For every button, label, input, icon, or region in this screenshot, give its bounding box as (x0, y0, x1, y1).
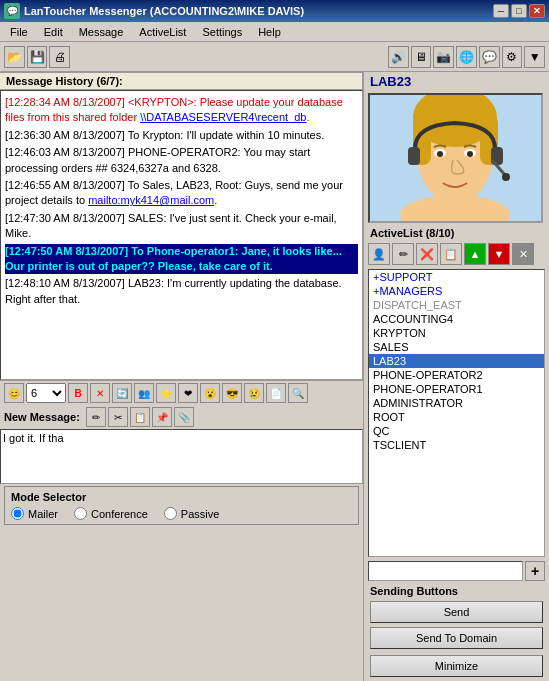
al-item-tsclient[interactable]: TSCLIENT (369, 438, 544, 452)
camera-icon[interactable]: 📷 (433, 46, 454, 68)
menu-edit[interactable]: Edit (36, 24, 71, 40)
open-button[interactable]: 📂 (4, 46, 25, 68)
font-size-select[interactable]: 678910 (26, 383, 66, 403)
svg-point-5 (417, 95, 493, 131)
msg-line-1: [12:28:34 AM 8/13/2007] <KRYPTON>: Pleas… (5, 95, 358, 126)
minimize-button[interactable]: Minimize (370, 655, 543, 677)
al-item-managers[interactable]: +MANAGERS (369, 284, 544, 298)
al-item-root[interactable]: ROOT (369, 410, 544, 424)
left-panel: Message History (6/7): [12:28:34 AM 8/13… (0, 72, 364, 681)
al-btn-2[interactable]: ✏ (392, 243, 414, 265)
page-button[interactable]: 📄 (266, 383, 286, 403)
right-panel: LAB23 (364, 72, 549, 681)
message-history[interactable]: [12:28:34 AM 8/13/2007] <KRYPTON>: Pleas… (0, 90, 363, 380)
search-toolbar-button[interactable]: 🔍 (288, 383, 308, 403)
print-button[interactable]: 🖨 (49, 46, 70, 68)
al-item-phone-op2[interactable]: PHONE-OPERATOR2 (369, 368, 544, 382)
window-title: LanToucher Messenger (ACCOUNTING2\MIKE D… (24, 5, 304, 17)
al-btn-red-down[interactable]: ▼ (488, 243, 510, 265)
reload-button[interactable]: 🔄 (112, 383, 132, 403)
bottom-toolbar: 😊 678910 B ✕ 🔄 👥 ⭐ ❤ 😮 😎 😢 📄 🔍 (0, 380, 363, 405)
svg-point-9 (467, 151, 473, 157)
mode-options: Mailer Conference Passive (11, 507, 352, 520)
edit-icon[interactable]: ✏ (86, 407, 106, 427)
al-btn-green-up[interactable]: ▲ (464, 243, 486, 265)
al-item-lab23[interactable]: LAB23 (369, 354, 544, 368)
add-button[interactable]: + (525, 561, 545, 581)
msg-line-7: [12:48:10 AM 8/13/2007] LAB23: I'm curre… (5, 276, 358, 307)
heart-button[interactable]: ❤ (178, 383, 198, 403)
message-history-header: Message History (6/7): (0, 72, 363, 90)
copy-icon[interactable]: 📋 (130, 407, 150, 427)
menu-bar: File Edit Message ActiveList Settings He… (0, 22, 549, 42)
al-item-accounting4[interactable]: ACCOUNTING4 (369, 312, 544, 326)
app-icon: 💬 (4, 3, 20, 19)
mode-mailer[interactable]: Mailer (11, 507, 58, 520)
message-input[interactable]: I got it. If tha (0, 429, 363, 484)
maximize-window-button[interactable]: □ (511, 4, 527, 18)
al-btn-4[interactable]: 📋 (440, 243, 462, 265)
al-btn-1[interactable]: 👤 (368, 243, 390, 265)
close-window-button[interactable]: ✕ (529, 4, 545, 18)
settings-icon[interactable]: ⚙ (502, 46, 523, 68)
mode-passive-radio[interactable] (164, 507, 177, 520)
speaker-icon[interactable]: 🔊 (388, 46, 409, 68)
al-btn-gray-x[interactable]: ✕ (512, 243, 534, 265)
emoji-button[interactable]: 😊 (4, 383, 24, 403)
sending-buttons-label: Sending Buttons (364, 583, 549, 599)
attach-icon[interactable]: 📎 (174, 407, 194, 427)
dropdown-arrow[interactable]: ▼ (524, 46, 545, 68)
new-message-row: New Message: ✏ ✂ 📋 📌 📎 (0, 405, 363, 429)
msg-line-3: [12:46:03 AM 8/13/2007] PHONE-OPERATOR2:… (5, 145, 358, 176)
face2-button[interactable]: 😮 (200, 383, 220, 403)
msg-line-2: [12:36:30 AM 8/13/2007] To Krypton: I'll… (5, 128, 358, 143)
mode-conference[interactable]: Conference (74, 507, 148, 520)
al-item-krypton[interactable]: KRYPTON (369, 326, 544, 340)
bold-button[interactable]: B (68, 383, 88, 403)
al-item-qc[interactable]: QC (369, 424, 544, 438)
al-item-support[interactable]: +SUPPORT (369, 270, 544, 284)
svg-point-12 (502, 173, 510, 181)
activelist[interactable]: +SUPPORT +MANAGERS DISPATCH_EAST ACCOUNT… (368, 269, 545, 557)
chat-icon[interactable]: 💬 (479, 46, 500, 68)
menu-help[interactable]: Help (250, 24, 289, 40)
activelist-header: ActiveList (8/10) (364, 225, 549, 241)
search-input[interactable] (368, 561, 523, 581)
menu-activelist[interactable]: ActiveList (131, 24, 194, 40)
al-item-admin[interactable]: ADMINISTRATOR (369, 396, 544, 410)
save-button[interactable]: 💾 (27, 46, 48, 68)
svg-point-8 (437, 151, 443, 157)
user-label: LAB23 (364, 72, 549, 91)
menu-message[interactable]: Message (71, 24, 132, 40)
mode-passive[interactable]: Passive (164, 507, 220, 520)
minimize-window-button[interactable]: ─ (493, 4, 509, 18)
face3-button[interactable]: 😎 (222, 383, 242, 403)
msg-link-1[interactable]: \\DATABASESERVER4\recent_db (140, 111, 306, 123)
clear-button[interactable]: ✕ (90, 383, 110, 403)
send-button[interactable]: Send (370, 601, 543, 623)
al-btn-3[interactable]: ❌ (416, 243, 438, 265)
mode-mailer-radio[interactable] (11, 507, 24, 520)
al-item-dispatch[interactable]: DISPATCH_EAST (369, 298, 544, 312)
cut-icon[interactable]: ✂ (108, 407, 128, 427)
al-item-sales[interactable]: SALES (369, 340, 544, 354)
menu-file[interactable]: File (2, 24, 36, 40)
mode-conference-radio[interactable] (74, 507, 87, 520)
menu-settings[interactable]: Settings (194, 24, 250, 40)
msg-link-2[interactable]: mailto:myk414@mail.com (88, 194, 214, 206)
activelist-toolbar: 👤 ✏ ❌ 📋 ▲ ▼ ✕ (364, 241, 549, 267)
star-button[interactable]: ⭐ (156, 383, 176, 403)
face4-button[interactable]: 😢 (244, 383, 264, 403)
msg-line-6: [12:47:50 AM 8/13/2007] To Phone-operato… (5, 244, 358, 275)
group-button[interactable]: 👥 (134, 383, 154, 403)
msg-line-5: [12:47:30 AM 8/13/2007] SALES: I've just… (5, 211, 358, 242)
al-item-phone-op1[interactable]: PHONE-OPERATOR1 (369, 382, 544, 396)
paste-icon[interactable]: 📌 (152, 407, 172, 427)
main-content: Message History (6/7): [12:28:34 AM 8/13… (0, 72, 549, 681)
new-message-label: New Message: (4, 411, 80, 423)
mode-selector: Mode Selector Mailer Conference Passive (4, 486, 359, 525)
monitor-icon[interactable]: 🖥 (411, 46, 432, 68)
msg-line-4: [12:46:55 AM 8/13/2007] To Sales, LAB23,… (5, 178, 358, 209)
send-to-domain-button[interactable]: Send To Domain (370, 627, 543, 649)
network-icon[interactable]: 🌐 (456, 46, 477, 68)
